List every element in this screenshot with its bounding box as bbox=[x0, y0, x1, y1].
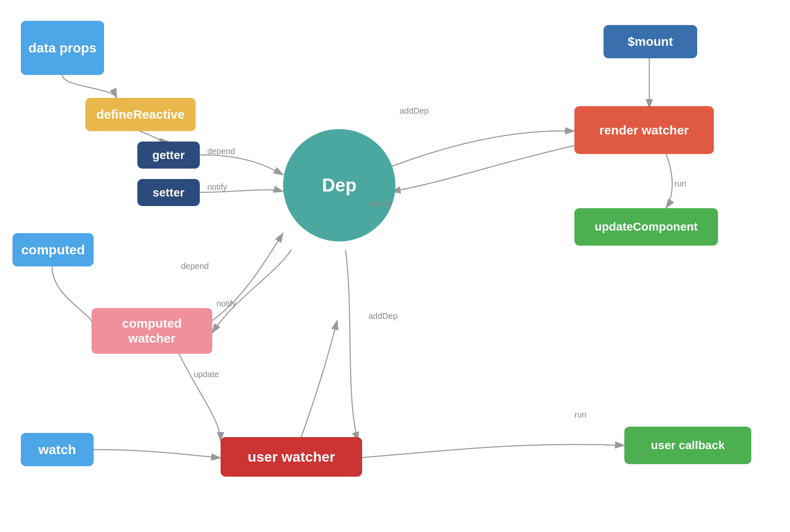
arrow-computed-to-cw bbox=[52, 266, 92, 327]
node-update-component-label: updateComponent bbox=[595, 220, 698, 234]
arrow-getter-to-dep bbox=[200, 155, 283, 175]
node-computed-watcher-label: computedwatcher bbox=[122, 316, 181, 346]
label-adddep-uw: addDep bbox=[368, 311, 397, 321]
node-update-component: updateComponent bbox=[574, 208, 718, 246]
node-setter-label: setter bbox=[153, 186, 184, 200]
node-define-reactive-label: defineReactive bbox=[97, 107, 185, 122]
label-notify-setter: notify bbox=[207, 182, 227, 192]
node-setter: setter bbox=[137, 179, 200, 206]
node-render-watcher: render watcher bbox=[574, 106, 714, 154]
label-run-uw: run bbox=[574, 410, 586, 420]
arrow-watch-to-uw bbox=[94, 450, 221, 458]
node-computed-watcher: computedwatcher bbox=[92, 308, 212, 354]
arrow-rw-to-dep-update bbox=[391, 146, 574, 191]
arrow-uw-to-dep-adddep bbox=[300, 321, 337, 441]
node-watch: watch bbox=[21, 433, 94, 466]
node-data-props: data props bbox=[21, 21, 104, 75]
label-notify-cw: notify bbox=[216, 299, 236, 308]
arrow-uw-to-ucb bbox=[358, 445, 624, 458]
diagram: data props defineReactive getter setter … bbox=[0, 0, 790, 532]
node-computed: computed bbox=[12, 233, 94, 266]
node-user-callback: user callback bbox=[624, 427, 751, 464]
node-define-reactive: defineReactive bbox=[85, 98, 196, 131]
arrow-define-to-getter bbox=[139, 131, 169, 142]
arrow-dep-to-rw-adddep bbox=[391, 131, 574, 167]
arrow-data-to-define bbox=[62, 75, 117, 98]
node-mount: $mount bbox=[604, 25, 697, 58]
label-depend-cw: depend bbox=[181, 261, 209, 271]
node-data-props-label: data props bbox=[28, 40, 97, 56]
node-computed-label: computed bbox=[21, 242, 85, 258]
node-getter: getter bbox=[137, 142, 200, 169]
label-update-cw: update bbox=[194, 370, 219, 379]
node-dep-label: Dep bbox=[322, 174, 356, 196]
arrow-dep-to-cw-notify bbox=[212, 250, 291, 333]
node-user-callback-label: user callback bbox=[651, 438, 725, 452]
node-user-watcher: user watcher bbox=[221, 437, 362, 477]
arrow-dep-to-uw-update bbox=[345, 250, 358, 441]
arrow-rw-to-uc bbox=[666, 154, 672, 208]
node-getter-label: getter bbox=[152, 148, 185, 162]
node-render-watcher-label: render watcher bbox=[599, 123, 689, 138]
node-user-watcher-label: user watcher bbox=[248, 448, 335, 465]
node-watch-label: watch bbox=[38, 442, 76, 457]
node-mount-label: $mount bbox=[628, 34, 673, 49]
label-update-rw: update bbox=[366, 199, 392, 209]
node-dep: Dep bbox=[283, 129, 395, 241]
label-depend-getter: depend bbox=[207, 147, 235, 156]
label-run-rw: run bbox=[674, 179, 686, 189]
label-adddep-top: addDep bbox=[400, 106, 429, 116]
arrow-cw-to-uw bbox=[179, 354, 221, 441]
